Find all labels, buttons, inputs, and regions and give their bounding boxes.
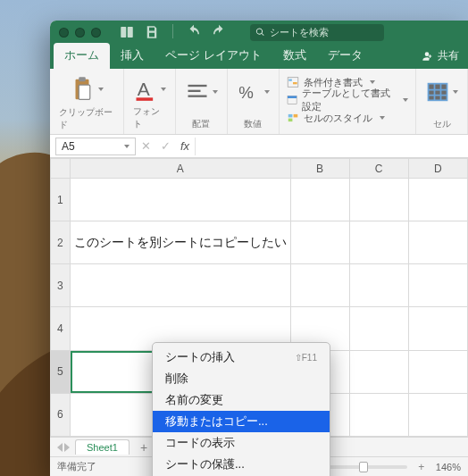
number-format-button[interactable]: % [237,79,270,104]
status-ready: 準備完了 [57,460,96,473]
svg-rect-14 [288,96,297,98]
svg-text:%: % [238,83,254,102]
redo-icon[interactable] [211,24,227,40]
svg-rect-17 [288,119,293,122]
svg-text:A: A [138,79,150,99]
cell[interactable] [70,179,290,221]
cell[interactable]: このシートを別シートにコピーしたい [70,221,290,264]
cell[interactable] [349,350,408,393]
share-icon [421,50,433,63]
close-icon[interactable] [59,28,69,38]
svg-rect-2 [79,77,87,81]
cell[interactable] [349,264,408,307]
minimize-icon[interactable] [75,28,85,38]
cell[interactable] [70,264,290,307]
sheet-tab[interactable]: Sheet1 [75,439,130,455]
fx-icon[interactable]: fx [175,139,195,153]
menu-delete-sheet[interactable]: 削除 [153,368,330,389]
row-header[interactable]: 2 [51,221,71,264]
cell[interactable] [408,393,467,436]
name-box[interactable]: A5 [55,138,136,155]
cell[interactable] [290,179,349,221]
column-header[interactable]: C [349,159,408,179]
cell-styles-button[interactable]: セルのスタイル [287,110,408,126]
cancel-formula-icon: ✕ [136,139,155,153]
paste-button[interactable] [69,74,104,104]
svg-rect-6 [188,85,206,87]
search-box[interactable] [250,24,384,41]
table-format-button[interactable]: テーブルとして書式設定 [287,92,408,108]
sheet-context-menu: シートの挿入⇧F11 削除 名前の変更 移動またはコピー... コードの表示 シ… [152,342,330,476]
accept-formula-icon: ✓ [155,139,175,153]
svg-rect-12 [293,82,297,84]
share-button[interactable]: 共有 [412,44,468,69]
menu-protect-sheet[interactable]: シートの保護... [153,454,330,475]
sheet-prev-icon[interactable] [57,443,63,452]
row-header[interactable]: 4 [51,307,71,350]
menu-move-or-copy[interactable]: 移動またはコピー... [153,411,330,432]
menu-rename-sheet[interactable]: 名前の変更 [153,389,330,411]
cells-button[interactable] [425,79,458,104]
menu-view-code[interactable]: コードの表示 [153,432,330,454]
cell[interactable] [349,393,408,436]
tab-formulas[interactable]: 数式 [272,43,317,69]
cell[interactable] [290,221,349,264]
zoom-level[interactable]: 146% [436,462,461,472]
svg-rect-18 [429,84,447,101]
svg-rect-7 [188,90,200,92]
dual-pane-icon[interactable] [119,24,135,40]
window-controls[interactable] [59,28,101,38]
row-header[interactable]: 3 [51,264,71,307]
ribbon-group-font: A フォント [124,69,176,134]
column-header[interactable]: A [70,159,290,179]
tab-home[interactable]: ホーム [54,43,110,69]
cell[interactable] [408,221,467,264]
cell[interactable] [408,179,467,221]
ribbon-tabs: ホーム 挿入 ページ レイアウト 数式 データ 共有 [50,44,468,69]
row-header[interactable]: 6 [51,393,71,436]
tab-page-layout[interactable]: ページ レイアウト [155,43,272,69]
font-button[interactable]: A [133,77,166,102]
menu-insert-sheet[interactable]: シートの挿入⇧F11 [153,347,330,368]
cell[interactable] [290,264,349,307]
cell[interactable] [349,221,408,264]
ribbon-group-alignment: 配置 [176,69,228,134]
zoom-slider[interactable] [327,465,407,469]
maximize-icon[interactable] [91,28,101,38]
cell[interactable] [408,264,467,307]
ribbon-group-number: % 数値 [228,69,280,134]
search-input[interactable] [270,27,379,38]
formula-bar: A5 ✕ ✓ fx [50,135,468,158]
undo-icon[interactable] [186,24,202,40]
cell-styles-icon [287,112,299,124]
search-icon [255,27,265,38]
table-format-icon [287,94,297,106]
tab-insert[interactable]: 挿入 [110,43,155,69]
ribbon-group-clipboard: クリップボード [50,69,124,134]
tab-data[interactable]: データ [317,43,373,69]
svg-rect-5 [136,97,153,101]
row-header[interactable]: 5 [51,350,71,393]
sheet-next-icon[interactable] [64,443,70,452]
save-icon[interactable] [144,24,160,40]
titlebar [50,21,468,44]
column-header[interactable]: D [408,159,467,179]
row-header[interactable]: 1 [51,179,71,221]
alignment-button[interactable] [185,79,218,104]
conditional-format-icon [287,76,299,88]
cell[interactable] [349,179,408,221]
cell[interactable] [408,307,467,350]
svg-rect-0 [121,27,126,38]
column-header[interactable]: B [290,159,349,179]
zoom-in-button[interactable]: + [416,461,427,473]
cell[interactable] [349,307,408,350]
svg-rect-15 [288,114,293,118]
cell[interactable] [408,350,467,393]
svg-rect-16 [293,114,297,118]
select-all-corner[interactable] [51,159,71,179]
svg-rect-8 [188,96,206,97]
svg-rect-11 [288,79,292,81]
add-sheet-button[interactable]: + [135,440,153,455]
formula-input[interactable] [195,138,468,155]
ribbon-group-cells: セル [416,69,468,134]
